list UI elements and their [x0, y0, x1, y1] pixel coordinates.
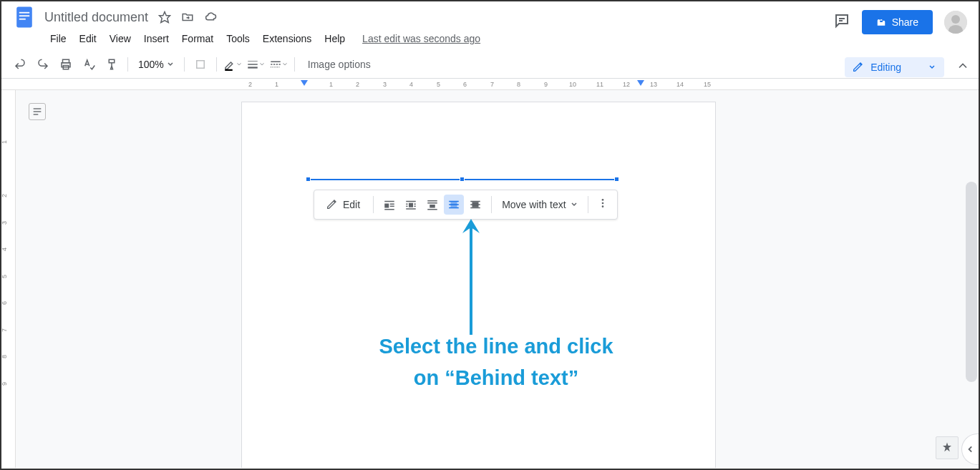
resize-handle-mid[interactable]	[460, 177, 465, 182]
menu-view[interactable]: View	[104, 30, 137, 47]
svg-rect-27	[390, 206, 394, 207]
svg-rect-38	[430, 205, 435, 208]
resize-handle-right[interactable]	[614, 177, 619, 182]
menu-edit[interactable]: Edit	[74, 30, 102, 47]
border-dash-button[interactable]	[268, 54, 288, 74]
svg-point-49	[601, 202, 603, 205]
svg-rect-2	[19, 15, 29, 16]
border-color-button[interactable]	[223, 54, 243, 74]
image-context-toolbar: Edit Move with text	[314, 190, 618, 220]
menu-insert[interactable]: Insert	[138, 30, 175, 47]
svg-rect-1	[19, 12, 29, 14]
svg-rect-44	[470, 201, 480, 202]
svg-rect-3	[19, 19, 26, 20]
image-options-button[interactable]: Image options	[301, 59, 378, 70]
svg-marker-4	[160, 12, 170, 23]
svg-rect-39	[427, 209, 437, 210]
share-label: Share	[892, 16, 918, 28]
share-button[interactable]: Share	[862, 10, 933, 34]
svg-rect-42	[449, 204, 459, 205]
svg-rect-31	[406, 204, 407, 205]
svg-rect-14	[225, 69, 233, 70]
border-weight-button[interactable]	[246, 54, 266, 74]
spellcheck-button[interactable]	[79, 54, 99, 74]
svg-rect-26	[390, 204, 394, 205]
svg-rect-34	[414, 206, 416, 207]
svg-rect-46	[470, 207, 480, 209]
svg-rect-29	[406, 201, 416, 202]
star-icon[interactable]	[158, 11, 171, 24]
explore-button[interactable]	[936, 436, 959, 459]
svg-rect-47	[472, 202, 479, 207]
user-avatar[interactable]	[944, 11, 967, 34]
menu-tools[interactable]: Tools	[220, 30, 256, 47]
resize-handle-left[interactable]	[306, 177, 311, 182]
svg-rect-32	[414, 204, 416, 205]
edit-drawing-button[interactable]: Edit	[320, 196, 367, 213]
svg-rect-33	[406, 206, 407, 207]
svg-rect-24	[384, 201, 394, 202]
redo-button[interactable]	[33, 54, 53, 74]
vertical-ruler[interactable]: 1 2 3 4 5 6 7 8 9	[1, 90, 16, 468]
document-title[interactable]: Untitled document	[44, 10, 148, 25]
wrap-text-button[interactable]	[401, 195, 421, 215]
main-toolbar: 100% Image options	[1, 50, 979, 79]
break-text-button[interactable]	[422, 195, 442, 215]
editing-mode-dropdown[interactable]: Editing	[845, 57, 944, 77]
selected-drawing-line[interactable]	[309, 179, 616, 180]
menu-file[interactable]: File	[44, 30, 72, 47]
wrap-inline-button[interactable]	[379, 195, 399, 215]
move-with-text-dropdown[interactable]: Move with text	[498, 196, 581, 213]
document-page[interactable]: Edit Move with text	[241, 102, 716, 468]
menu-help[interactable]: Help	[319, 30, 351, 47]
svg-rect-37	[427, 202, 437, 204]
svg-rect-30	[409, 203, 413, 207]
crop-button	[190, 54, 210, 74]
horizontal-ruler[interactable]: 2 1 1 2 3 4 5 6 7 8 9 10 11 12 13 14 15	[1, 79, 979, 90]
vertical-scrollbar[interactable]	[966, 182, 977, 382]
svg-rect-43	[449, 207, 459, 209]
svg-rect-28	[384, 209, 394, 210]
behind-text-button[interactable]	[444, 195, 464, 215]
zoom-dropdown[interactable]: 100%	[134, 59, 178, 70]
collapse-toolbar-icon[interactable]	[956, 59, 970, 76]
paint-format-button[interactable]	[102, 54, 122, 74]
cloud-status-icon[interactable]	[204, 11, 217, 24]
move-folder-icon[interactable]	[181, 11, 194, 24]
svg-rect-25	[384, 204, 389, 208]
svg-rect-36	[427, 200, 437, 202]
more-options-icon[interactable]	[594, 195, 611, 215]
undo-button[interactable]	[10, 54, 30, 74]
svg-rect-0	[16, 7, 32, 28]
docs-app-icon[interactable]	[10, 3, 39, 31]
svg-rect-41	[449, 201, 459, 202]
comment-history-icon[interactable]	[833, 12, 850, 32]
menu-bar: File Edit View Insert Format Tools Exten…	[1, 27, 979, 50]
print-button[interactable]	[56, 54, 76, 74]
menu-format[interactable]: Format	[176, 30, 219, 47]
menu-extensions[interactable]: Extensions	[257, 30, 317, 47]
svg-point-48	[601, 199, 603, 201]
svg-rect-35	[406, 208, 416, 210]
in-front-text-button[interactable]	[465, 195, 485, 215]
svg-point-8	[951, 15, 960, 24]
last-edit-link[interactable]: Last edit was seconds ago	[362, 33, 480, 44]
svg-rect-13	[197, 60, 205, 68]
svg-point-50	[601, 205, 603, 207]
